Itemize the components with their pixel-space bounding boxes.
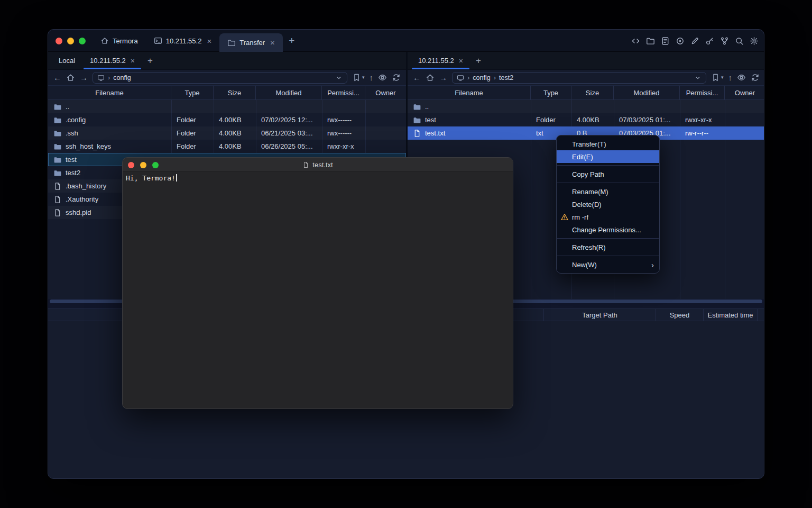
code-icon[interactable] (631, 37, 640, 46)
col-header-permissions[interactable]: Permissi... (680, 86, 725, 99)
log-icon[interactable] (661, 37, 670, 46)
col-header-owner[interactable]: Owner (365, 86, 406, 99)
search-icon[interactable] (735, 37, 744, 46)
right-new-tab-button[interactable]: + (470, 52, 486, 69)
menu-item[interactable]: Change Permissions... › (557, 223, 659, 236)
refresh-icon[interactable] (392, 73, 401, 82)
close-window-button[interactable] (128, 162, 134, 168)
file-row[interactable]: .ssh Folder 4.00KB 06/21/2025 03:... rwx… (48, 126, 406, 140)
eye-icon[interactable] (737, 73, 746, 82)
file-type: Folder (171, 129, 214, 137)
menu-item-label: Change Permissions... (572, 226, 641, 234)
menu-item[interactable]: › (557, 165, 659, 166)
col-header-modified[interactable]: Modified (614, 86, 680, 99)
file-row[interactable]: ssh_host_keys Folder 4.00KB 06/26/2025 0… (48, 140, 406, 153)
back-icon[interactable]: ← (53, 74, 61, 81)
forward-icon[interactable]: → (80, 74, 88, 81)
col-header-modified[interactable]: Modified (256, 86, 322, 99)
computer-icon (97, 74, 105, 81)
close-tab-icon[interactable]: × (270, 38, 275, 47)
menu-item[interactable]: Rename(M) › (557, 185, 659, 198)
col-header-estimated-time[interactable]: Estimated time (704, 309, 758, 321)
folder-icon[interactable] (646, 37, 655, 46)
window-tabs: Termora 10.211.55.2 × Transfer × + (93, 30, 301, 52)
up-directory-icon[interactable]: ↑ (728, 74, 733, 81)
editor-titlebar[interactable]: test.txt (123, 158, 513, 172)
left-tab-local[interactable]: Local (51, 52, 82, 69)
tab-transfer[interactable]: Transfer × (219, 33, 283, 52)
menu-item[interactable]: Delete(D) › (557, 198, 659, 211)
file-row[interactable]: .config Folder 4.00KB 07/02/2025 12:... … (48, 113, 406, 126)
zoom-window-button[interactable] (152, 162, 159, 168)
home-icon[interactable] (66, 73, 75, 82)
file-row[interactable]: test Folder 4.00KB 07/03/2025 01:... rwx… (408, 113, 764, 126)
menu-item[interactable]: rm -rf › (557, 211, 659, 223)
file-row[interactable]: .. (408, 100, 764, 113)
tab-host-session[interactable]: 10.211.55.2 × (146, 30, 219, 52)
folder-icon (53, 116, 62, 124)
menu-item[interactable]: Edit(E) › (557, 150, 659, 163)
back-icon[interactable]: ← (413, 74, 421, 81)
right-tab-host[interactable]: 10.211.55.2 × (411, 52, 470, 69)
bookmark-icon[interactable]: ▾ (711, 73, 724, 82)
home-icon[interactable] (426, 73, 435, 82)
left-path-bar[interactable]: › config (93, 72, 347, 84)
left-new-tab-button[interactable]: + (142, 52, 158, 69)
col-header-speed[interactable]: Speed (656, 309, 704, 321)
minimize-window-button[interactable] (140, 162, 146, 168)
file-name: ssh_host_keys (66, 142, 111, 150)
folder-icon (227, 39, 236, 47)
col-header-permissions[interactable]: Permissi... (322, 86, 365, 99)
breadcrumb-segment[interactable]: config (473, 74, 490, 81)
refresh-icon[interactable] (751, 73, 760, 82)
left-tab-host[interactable]: 10.211.55.2 × (82, 52, 142, 69)
col-header-size[interactable]: Size (571, 86, 614, 99)
menu-item[interactable]: New(W) › (557, 258, 659, 271)
col-header-size[interactable]: Size (214, 86, 256, 99)
menu-item[interactable]: Transfer(T) › (557, 138, 659, 150)
chevron-down-icon[interactable] (694, 74, 702, 81)
file-icon (53, 195, 62, 204)
col-header-type[interactable]: Type (171, 86, 214, 99)
tab-label: 10.211.55.2 (166, 37, 202, 45)
close-tab-icon[interactable]: × (207, 37, 211, 46)
eye-icon[interactable] (378, 73, 387, 82)
folder-icon (53, 103, 62, 111)
menu-item[interactable]: › (557, 238, 659, 239)
folder-icon (53, 156, 62, 164)
record-icon[interactable] (676, 37, 685, 46)
file-row[interactable]: .. (48, 100, 406, 113)
menu-item[interactable]: › (557, 183, 659, 183)
editor-content[interactable]: Hi, Termora! (123, 172, 513, 184)
key-icon[interactable] (705, 37, 714, 46)
new-window-tab-button[interactable]: + (283, 30, 301, 52)
close-window-button[interactable] (56, 38, 62, 44)
forward-icon[interactable]: → (439, 74, 447, 81)
pencil-icon[interactable] (690, 37, 699, 46)
zoom-window-button[interactable] (79, 38, 86, 44)
col-header-type[interactable]: Type (531, 86, 571, 99)
tab-termora[interactable]: Termora (93, 30, 146, 52)
up-directory-icon[interactable]: ↑ (370, 74, 374, 81)
minimize-window-button[interactable] (67, 38, 74, 44)
col-header-filename[interactable]: Filename (48, 86, 171, 99)
menu-item[interactable]: Refresh(R) › (557, 241, 659, 253)
branch-icon[interactable] (720, 37, 729, 46)
col-header-filename[interactable]: Filename (408, 86, 531, 99)
chevron-down-icon[interactable] (335, 74, 343, 81)
breadcrumb-segment[interactable]: test2 (499, 74, 513, 81)
menu-item[interactable]: › (557, 256, 659, 256)
menu-item[interactable]: Copy Path › (557, 168, 659, 180)
close-tab-icon[interactable]: × (459, 57, 463, 65)
breadcrumb-separator: › (494, 74, 496, 81)
file-icon (302, 161, 309, 168)
settings-icon[interactable] (750, 37, 759, 46)
bookmark-icon[interactable]: ▾ (352, 73, 365, 82)
file-permissions: rwxr-xr-x (680, 116, 725, 124)
breadcrumb-segment[interactable]: config (113, 74, 131, 81)
right-path-bar[interactable]: › config › test2 (452, 72, 706, 84)
col-header-target-path[interactable]: Target Path (544, 309, 656, 321)
close-tab-icon[interactable]: × (131, 57, 135, 65)
col-header-owner[interactable]: Owner (725, 86, 764, 99)
warning-icon (560, 213, 569, 221)
